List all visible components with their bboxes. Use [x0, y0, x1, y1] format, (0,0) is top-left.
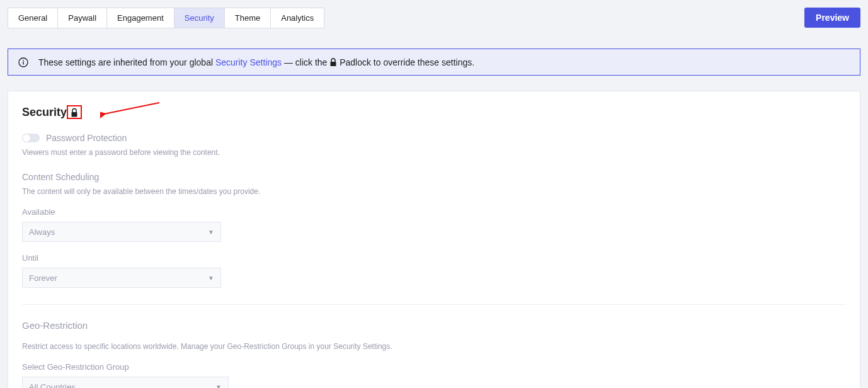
- geo-restriction-helper: Restrict access to specific locations wo…: [22, 342, 846, 351]
- banner-mid: — click the: [284, 57, 327, 67]
- banner-post: Padlock to override these settings.: [340, 57, 474, 67]
- banner-text: These settings are inherited from your g…: [38, 57, 474, 67]
- content-scheduling-helper: The content will only be available betwe…: [22, 187, 846, 196]
- chevron-down-icon: ▼: [208, 275, 214, 282]
- svg-rect-1: [23, 61, 23, 64]
- tab-theme[interactable]: Theme: [225, 8, 271, 28]
- banner-pre: These settings are inherited from your g…: [38, 57, 213, 67]
- svg-line-5: [104, 103, 159, 114]
- tab-paywall[interactable]: Paywall: [58, 8, 107, 28]
- tab-analytics[interactable]: Analytics: [271, 8, 324, 28]
- toggle-knob: [23, 134, 30, 142]
- until-select[interactable]: Forever ▼: [22, 268, 221, 288]
- password-protection-helper: Viewers must enter a password before vie…: [22, 148, 846, 157]
- available-label: Available: [22, 207, 846, 217]
- divider: [22, 304, 846, 305]
- info-banner: These settings are inherited from your g…: [8, 48, 860, 76]
- tab-engagement[interactable]: Engagement: [107, 8, 174, 28]
- tab-security[interactable]: Security: [174, 8, 225, 28]
- until-label: Until: [22, 253, 846, 263]
- lock-icon: [71, 108, 78, 118]
- annotation-arrow: [100, 100, 163, 119]
- tab-bar: General Paywall Engagement Security Them…: [8, 8, 324, 28]
- security-settings-link[interactable]: Security Settings: [215, 57, 282, 67]
- password-protection-label: Password Protection: [46, 133, 127, 143]
- content-scheduling-title: Content Scheduling: [22, 172, 846, 182]
- chevron-down-icon: ▼: [215, 384, 222, 389]
- geo-group-value: All Countries: [29, 382, 76, 389]
- lock-icon: [329, 58, 337, 67]
- password-protection-toggle[interactable]: [22, 134, 40, 142]
- geo-group-select[interactable]: All Countries ▼: [22, 377, 229, 388]
- info-icon: [18, 57, 28, 67]
- svg-rect-3: [331, 62, 336, 66]
- geo-select-label: Select Geo-Restriction Group: [22, 362, 846, 372]
- available-value: Always: [29, 227, 55, 237]
- chevron-down-icon: ▼: [208, 229, 214, 236]
- until-value: Forever: [29, 273, 57, 283]
- security-card: Security Password Protection Viewers mus…: [8, 91, 860, 388]
- available-select[interactable]: Always ▼: [22, 222, 221, 242]
- tab-general[interactable]: General: [8, 8, 58, 28]
- section-title: Security: [22, 106, 67, 119]
- svg-rect-4: [72, 112, 77, 117]
- preview-button[interactable]: Preview: [804, 8, 860, 28]
- svg-rect-2: [23, 60, 23, 61]
- geo-restriction-title: Geo-Restriction: [22, 320, 846, 331]
- lock-override-button[interactable]: [67, 105, 82, 119]
